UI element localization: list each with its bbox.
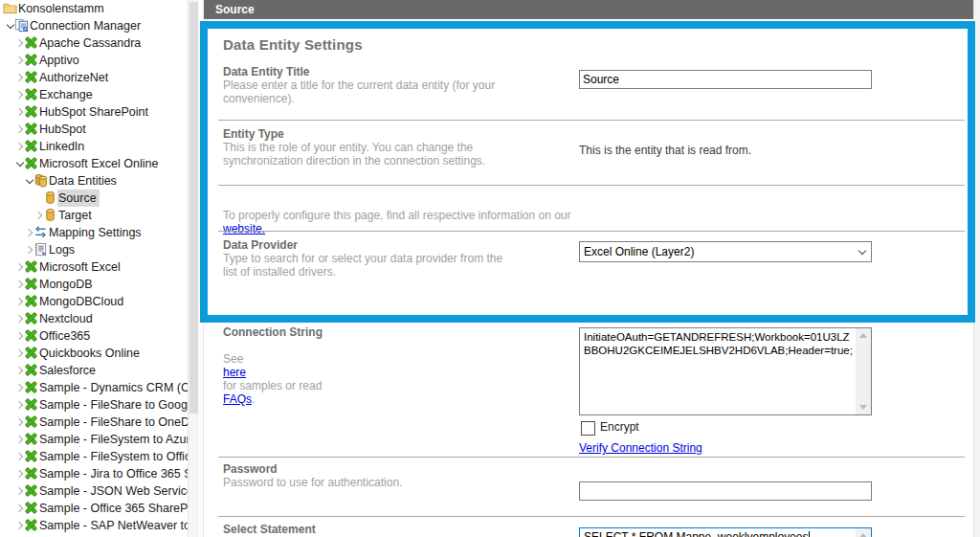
tree-label-wrap[interactable]: Sample - SAP NetWeaver to bbox=[38, 517, 188, 534]
connection-string-textarea[interactable]: InitiateOAuth=GETANDREFRESH;Workbook=01U… bbox=[579, 327, 872, 415]
tree-label-wrap[interactable]: Sample - FileShare to OneDr bbox=[38, 414, 188, 431]
tree-label-wrap[interactable]: AuthorizeNet bbox=[38, 69, 111, 86]
panel-header: Source bbox=[204, 0, 973, 19]
tree-label-wrap[interactable]: Konsolenstamm bbox=[17, 0, 107, 17]
here-link[interactable]: here bbox=[223, 366, 246, 379]
configure-info-line: To properly configure this page, find al… bbox=[223, 195, 893, 235]
select-statement-textarea[interactable]: SELECT * FROM Mappe_weeklyemployees bbox=[579, 527, 872, 537]
tree-label-wrap[interactable]: Data Entities bbox=[48, 172, 120, 190]
tree-label-wrap[interactable]: MongoDB bbox=[38, 276, 96, 293]
tree-item-hubspot-sharepoint[interactable]: HubSpot SharePoint bbox=[0, 103, 188, 121]
faqs-link[interactable]: FAQs bbox=[223, 392, 252, 406]
textarea-scrollbar[interactable] bbox=[856, 528, 871, 537]
tree-label-wrap[interactable]: LinkedIn bbox=[38, 138, 87, 155]
tree-label-wrap[interactable]: Sample - FileSystem to Offic bbox=[38, 448, 188, 465]
tree-label-wrap[interactable]: MongoDBCloud bbox=[38, 293, 126, 310]
cs-desc-post: . bbox=[252, 392, 255, 406]
tree-item-connection-manager[interactable]: Connection Manager bbox=[0, 17, 188, 34]
tree-item-label: HubSpot SharePoint bbox=[39, 103, 148, 121]
encrypt-checkbox[interactable] bbox=[581, 421, 595, 436]
tree-label-wrap[interactable]: HubSpot bbox=[38, 121, 89, 138]
tree-item-label: Nextcloud bbox=[39, 310, 93, 327]
panel-title: Source bbox=[204, 0, 973, 19]
tree-item-sample-filesystem-to-offic[interactable]: Sample - FileSystem to Offic bbox=[0, 448, 188, 465]
connector-icon bbox=[24, 139, 39, 154]
tree-label-wrap[interactable]: Apache Cassandra bbox=[38, 34, 144, 52]
tree-item-source[interactable]: Source bbox=[0, 190, 188, 207]
tree-item-exchange[interactable]: Exchange bbox=[0, 86, 188, 103]
tree-label-wrap[interactable]: Nextcloud bbox=[38, 310, 96, 327]
tree-item-sample-filesystem-to-azur[interactable]: Sample - FileSystem to Azur bbox=[0, 431, 188, 448]
tree-scrollbar-thumb[interactable] bbox=[189, 2, 198, 414]
tree-item-nextcloud[interactable]: Nextcloud bbox=[0, 310, 188, 327]
tree-label-wrap[interactable]: Office365 bbox=[38, 327, 93, 345]
tree-item-linkedin[interactable]: LinkedIn bbox=[0, 138, 188, 155]
password-input[interactable] bbox=[579, 481, 872, 501]
tree-item-sample-jira-to-office-365-s[interactable]: Sample - Jira to Office 365 S bbox=[0, 465, 188, 482]
tree-item-label: Sample - Dynamics CRM (O bbox=[39, 379, 188, 396]
website-link[interactable]: website. bbox=[223, 222, 265, 235]
verify-connection-string-link[interactable]: Verify Connection String bbox=[579, 441, 702, 455]
tree-label-wrap[interactable]: Quickbooks Online bbox=[38, 345, 143, 362]
connector-icon bbox=[24, 346, 39, 361]
tree-item-apache-cassandra[interactable]: Apache Cassandra bbox=[0, 34, 188, 52]
tree-scrollbar[interactable] bbox=[188, 0, 199, 537]
mapping-icon bbox=[33, 225, 49, 240]
tree-item-mongodb[interactable]: MongoDB bbox=[0, 276, 188, 293]
tree-item-sample-fileshare-to-onedr[interactable]: Sample - FileShare to OneDr bbox=[0, 414, 188, 431]
tree-item-target[interactable]: Target bbox=[0, 207, 188, 224]
tree-item-sample-sap-netweaver-to[interactable]: Sample - SAP NetWeaver to bbox=[0, 517, 188, 534]
data-provider-selected: Excel Online (Layer2) bbox=[580, 242, 854, 261]
tree-label-wrap[interactable]: Target bbox=[57, 207, 95, 224]
data-entity-title-input[interactable] bbox=[579, 70, 872, 89]
tree-label-wrap[interactable]: Salesforce bbox=[38, 362, 99, 379]
tree-item-sample-dynamics-crm-o[interactable]: Sample - Dynamics CRM (O bbox=[0, 379, 188, 396]
chevron-down-icon[interactable] bbox=[854, 251, 871, 254]
tree-item-quickbooks-online[interactable]: Quickbooks Online bbox=[0, 345, 188, 362]
tree-item-mapping-settings[interactable]: Mapping Settings bbox=[0, 224, 188, 241]
tree-label-wrap[interactable]: Sample - JSON Web Service bbox=[38, 482, 188, 500]
scroll-up-icon[interactable] bbox=[859, 533, 867, 537]
tree-selection[interactable]: Source bbox=[57, 190, 100, 207]
connector-icon bbox=[24, 432, 39, 447]
scroll-up-icon[interactable] bbox=[859, 333, 867, 338]
tree-label-wrap[interactable]: Microsoft Excel Online bbox=[38, 155, 161, 172]
tree-item-apptivo[interactable]: Apptivo bbox=[0, 52, 188, 69]
tree-label-wrap[interactable]: Apptivo bbox=[38, 52, 82, 69]
tree-label-wrap[interactable]: Microsoft Excel bbox=[38, 258, 123, 276]
separator bbox=[218, 120, 965, 121]
cs-desc-pre: See bbox=[223, 352, 243, 366]
tree-label-wrap[interactable]: Mapping Settings bbox=[48, 224, 145, 241]
tree-label-wrap[interactable]: Connection Manager bbox=[29, 17, 144, 34]
tree-item-sample-fileshare-to-googl[interactable]: Sample - FileShare to Googl bbox=[0, 396, 188, 414]
textarea-scrollbar[interactable] bbox=[856, 328, 871, 414]
tree-item-label: Quickbooks Online bbox=[39, 345, 140, 362]
tree-item-hubspot[interactable]: HubSpot bbox=[0, 121, 188, 138]
tree-item-salesforce[interactable]: Salesforce bbox=[0, 362, 188, 379]
tree-label-wrap[interactable]: HubSpot SharePoint bbox=[38, 103, 151, 121]
tree-label-wrap[interactable]: Exchange bbox=[38, 86, 96, 103]
tree-item-sample-office-365-sharepo[interactable]: Sample - Office 365 SharePo bbox=[0, 500, 188, 517]
tree-item-data-entities[interactable]: Data Entities bbox=[0, 172, 188, 190]
scroll-down-icon[interactable] bbox=[859, 405, 867, 410]
connector-icon bbox=[24, 380, 39, 395]
tree-item-mongodbcloud[interactable]: MongoDBCloud bbox=[0, 293, 188, 310]
tree-label-wrap[interactable]: Sample - FileShare to Googl bbox=[38, 396, 188, 414]
console-tree[interactable]: KonsolenstammConnection ManagerApache Ca… bbox=[0, 0, 198, 537]
data-provider-dropdown[interactable]: Excel Online (Layer2) bbox=[579, 241, 872, 262]
tree-item-logs[interactable]: Logs bbox=[0, 241, 188, 258]
settings-panel: Source Data Entity Settings Data Entity … bbox=[204, 0, 973, 537]
tree-item-office365[interactable]: Office365 bbox=[0, 327, 188, 345]
tree-item-microsoft-excel-online[interactable]: Microsoft Excel Online bbox=[0, 155, 188, 172]
tree-label-wrap[interactable]: Logs bbox=[48, 241, 78, 258]
tree-label-wrap[interactable]: Sample - Jira to Office 365 S bbox=[38, 465, 188, 482]
tree-label-wrap[interactable]: Sample - Dynamics CRM (O bbox=[38, 379, 188, 396]
tree-item-authorizenet[interactable]: AuthorizeNet bbox=[0, 69, 188, 86]
tree-item-label: Connection Manager bbox=[30, 17, 141, 34]
tree-item-microsoft-excel[interactable]: Microsoft Excel bbox=[0, 258, 188, 276]
tree-item-sample-json-web-service[interactable]: Sample - JSON Web Service bbox=[0, 482, 188, 500]
tree-label-wrap[interactable]: Sample - Office 365 SharePo bbox=[38, 500, 188, 517]
separator bbox=[218, 185, 965, 186]
tree-label-wrap[interactable]: Sample - FileSystem to Azur bbox=[38, 431, 188, 448]
tree-item-konsolenstamm[interactable]: Konsolenstamm bbox=[0, 0, 188, 17]
